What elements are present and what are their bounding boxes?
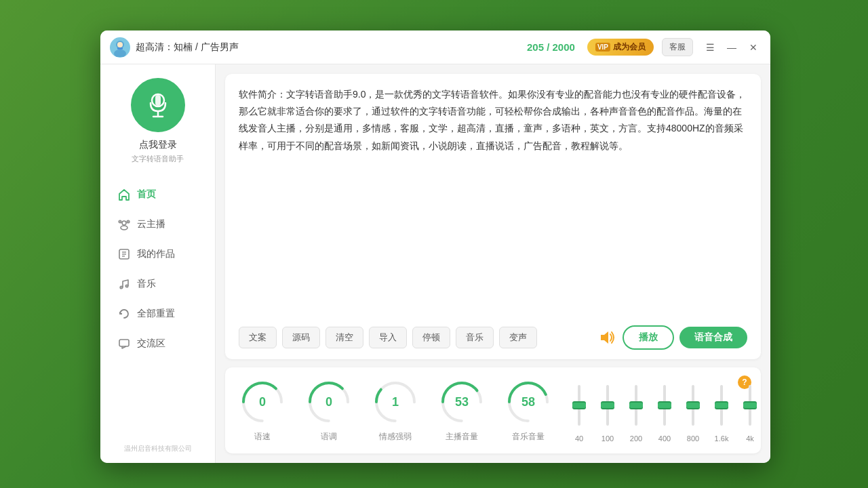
sidebar-item-reset-all[interactable]: 全部重置 [107, 300, 208, 328]
dial-value-pitch: 0 [326, 395, 332, 409]
reset-all-icon [117, 306, 132, 321]
dial-music-vol[interactable]: 58 音乐音量 [505, 378, 552, 443]
svg-point-10 [127, 220, 130, 223]
editor-toolbar: 文案 源码 清空 导入 停顿 音乐 变声 播放 语音合成 [239, 325, 747, 350]
synth-button[interactable]: 语音合成 [679, 327, 747, 348]
eq-channel-1.6k[interactable]: 1.6k [713, 382, 730, 443]
eq-channel-4k[interactable]: 4k [742, 382, 758, 443]
eq-slider-200[interactable] [628, 382, 644, 429]
eq-label-400: 400 [658, 434, 671, 443]
dial-value-emotion: 1 [392, 395, 399, 409]
eq-track-1.6k [720, 385, 723, 426]
music-button[interactable]: 音乐 [456, 327, 494, 348]
dial-value-music-vol: 58 [521, 395, 535, 409]
community-icon [117, 336, 132, 351]
dial-label-speed: 语速 [254, 431, 271, 443]
title-text: 超高清：知楠 / 广告男声 [136, 41, 527, 54]
dial-value-speed: 0 [259, 395, 266, 409]
import-button[interactable]: 导入 [369, 327, 407, 348]
dial-emotion[interactable]: 1 情感强弱 [372, 378, 419, 443]
sidebar-item-my-works-label: 我的作品 [137, 248, 175, 260]
sidebar-item-community[interactable]: 交流区 [107, 329, 208, 358]
eq-thumb-100[interactable] [601, 403, 614, 408]
dial-speed[interactable]: 0 语速 [239, 378, 286, 443]
editor-content[interactable]: 软件简介：文字转语音助手9.0，是一款优秀的文字转语音软件。如果你没有专业的配音… [239, 86, 747, 316]
change-voice-button[interactable]: 变声 [499, 327, 537, 348]
vip-badge: VIP [595, 43, 610, 52]
eq-slider-40[interactable] [571, 382, 587, 429]
eq-slider-800[interactable] [685, 382, 701, 429]
dial-wrap-host-vol: 53 [438, 378, 486, 426]
dial-label-emotion: 情感强弱 [379, 431, 412, 443]
window-controls: ☰ — ✕ [703, 40, 761, 55]
svg-point-8 [122, 221, 126, 225]
eq-label-4k: 4k [746, 434, 754, 443]
eq-track-400 [663, 385, 666, 426]
avatar [131, 78, 185, 132]
eq-thumb-400[interactable] [658, 403, 671, 408]
dial-pitch[interactable]: 0 语调 [305, 378, 353, 443]
source-button[interactable]: 源码 [282, 327, 320, 348]
eq-channel-100[interactable]: 100 [599, 382, 616, 443]
sidebar-item-music[interactable]: 音乐 [107, 270, 208, 298]
controls-inner: 0 语速 0 语调 1 情感强弱 [239, 378, 747, 443]
vip-button[interactable]: VIP 成为会员 [587, 39, 654, 56]
menu-button[interactable]: ☰ [703, 40, 717, 55]
title-avatar [110, 37, 130, 58]
eq-label-40: 40 [575, 434, 583, 443]
stop-button[interactable]: 停顿 [412, 327, 450, 348]
eq-thumb-4k[interactable] [743, 403, 757, 408]
eq-track-40 [578, 385, 580, 426]
nav-items: 首页 云主播 我的作品 [100, 180, 215, 359]
sidebar-item-home-label: 首页 [137, 188, 156, 201]
sidebar-item-cloud-host[interactable]: 云主播 [107, 210, 208, 239]
eq-thumb-200[interactable] [629, 403, 643, 408]
service-button[interactable]: 客服 [662, 38, 693, 56]
eq-track-100 [606, 385, 609, 426]
close-button[interactable]: ✕ [746, 40, 761, 55]
svg-point-16 [120, 286, 123, 289]
home-icon [117, 187, 132, 202]
sidebar-item-home[interactable]: 首页 [107, 180, 208, 209]
eq-channel-400[interactable]: 400 [656, 382, 673, 443]
clear-button[interactable]: 清空 [326, 327, 363, 348]
login-button[interactable]: 点我登录 [139, 139, 177, 151]
file-button[interactable]: 文案 [239, 327, 277, 348]
eq-channel-200[interactable]: 200 [628, 382, 644, 443]
eq-slider-4k[interactable] [742, 382, 758, 429]
volume-icon[interactable] [597, 327, 617, 348]
play-button[interactable]: 播放 [623, 325, 674, 350]
sidebar-item-reset-all-label: 全部重置 [137, 308, 175, 320]
controls-card: ? 0 语速 0 语调 [225, 367, 761, 453]
svg-rect-18 [119, 340, 129, 346]
sidebar-item-music-label: 音乐 [137, 278, 156, 290]
dial-wrap-emotion: 1 [372, 378, 419, 426]
eq-channel-800[interactable]: 800 [685, 382, 701, 443]
vip-label: 成为会员 [613, 41, 646, 53]
eq-thumb-800[interactable] [686, 403, 700, 408]
main-layout: 点我登录 文字转语音助手 首页 云主播 [100, 64, 770, 463]
svg-marker-19 [601, 331, 608, 344]
dial-wrap-pitch: 0 [305, 378, 353, 426]
eq-channel-40[interactable]: 40 [571, 382, 587, 443]
dial-host-vol[interactable]: 53 主播音量 [438, 378, 486, 443]
dial-wrap-music-vol: 58 [505, 378, 552, 426]
sidebar-item-community-label: 交流区 [137, 338, 165, 350]
eq-slider-1.6k[interactable] [713, 382, 730, 429]
eq-slider-400[interactable] [656, 382, 673, 429]
svg-point-17 [125, 285, 128, 287]
dial-label-host-vol: 主播音量 [446, 431, 478, 443]
svg-rect-5 [155, 95, 161, 106]
eq-thumb-1.6k[interactable] [715, 403, 728, 408]
eq-slider-100[interactable] [599, 382, 616, 429]
dial-label-pitch: 语调 [321, 431, 337, 443]
login-subtitle: 文字转语音助手 [132, 154, 184, 164]
eq-label-800: 800 [687, 434, 699, 443]
dial-wrap-speed: 0 [239, 378, 286, 426]
my-works-icon [117, 247, 132, 262]
eq-thumb-40[interactable] [572, 403, 586, 408]
cloud-host-icon [117, 217, 132, 232]
eq-section: 40 100 200 400 [571, 382, 770, 443]
minimize-button[interactable]: — [724, 40, 739, 55]
sidebar-item-my-works[interactable]: 我的作品 [107, 240, 208, 268]
